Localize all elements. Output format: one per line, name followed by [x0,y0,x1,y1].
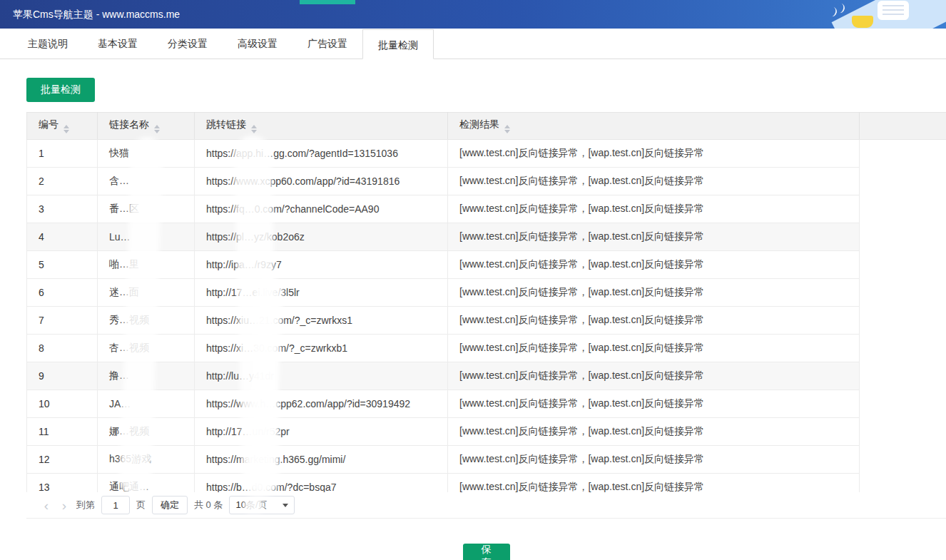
cell-result: [www.test.cn]反向链接异常，[wap.test.cn]反向链接异常 [448,446,860,474]
total-count-label: 共 0 条 [194,499,223,511]
table-row: 4Lu…https://pl…yz/kob2o6z[www.test.cn]反向… [27,223,946,251]
table-row: 11娜…视频http://17…un/r52pr[www.test.cn]反向链… [27,418,946,446]
table-row: 6迷…面http://17…ei.live/3l5lr[www.test.cn]… [27,279,946,307]
cell-id: 5 [27,251,98,279]
cell-result: [www.test.cn]反向链接异常，[wap.test.cn]反向链接异常 [448,223,860,251]
cell-name: 含… [98,168,195,195]
save-button[interactable]: 保存 [463,544,510,560]
cell-result: [www.test.cn]反向链接异常，[wap.test.cn]反向链接异常 [448,390,860,418]
goto-label: 到第 [76,499,95,511]
tab-theme-description[interactable]: 主题说明 [13,29,83,58]
sort-icon[interactable] [251,125,257,133]
cell-name: 啪…里 [98,251,195,279]
cell-result: [www.test.cn]反向链接异常，[wap.test.cn]反向链接异常 [448,251,860,279]
page-size-select[interactable]: 10条/页 [229,496,295,514]
steam-icon [830,6,838,18]
table-row: 2含…https://www.xcpp60.com/app/?id=431918… [27,168,946,195]
cell-id: 13 [27,474,98,493]
table-row: 12h365游戏https://marketing.h365.gg/mimi/[… [27,446,946,474]
table-row: 8杏…视频https://xi…30.com/?_c=zwrkxb1[www.t… [27,335,946,362]
cell-result: [www.test.cn]反向链接异常，[wap.test.cn]反向链接异常 [448,279,860,307]
speech-bubble-icon [878,1,909,20]
cell-result: [www.test.cn]反向链接异常，[wap.test.cn]反向链接异常 [448,335,860,362]
pagination: ‹ › 到第 页 确定 共 0 条 10条/页 [26,492,946,519]
top-accent-bar [300,0,355,4]
prev-page-button[interactable]: ‹ [41,499,52,512]
cell-result: [www.test.cn]反向链接异常，[wap.test.cn]反向链接异常 [448,362,860,390]
cell-name: h365游戏 [98,446,195,474]
cell-id: 3 [27,195,98,223]
table-row: 10JA…https://www.h…cpp62.com/app/?id=309… [27,390,946,418]
table-row: 7秀…视频https://xiu…21.com/?_c=zwrkxs1[www.… [27,307,946,335]
cell-url: https://app.hi…gg.com/?agentId=13151036 [195,140,448,168]
links-table-wrap: 编号 链接名称 跳转链接 检测结果 1快猫https://app.hi…gg.c… [26,112,946,519]
cell-url: http://lu…y41dr [195,362,448,390]
batch-check-button[interactable]: 批量检测 [26,78,95,102]
cell-name: Lu… [98,223,195,251]
steam-icon [838,3,845,14]
sort-icon[interactable] [154,125,160,133]
tab-category-settings[interactable]: 分类设置 [153,29,223,58]
cell-id: 7 [27,307,98,335]
tab-ad-settings[interactable]: 广告设置 [293,29,362,58]
cell-url: https://xi…30.com/?_c=zwrkxb1 [195,335,448,362]
page-unit-label: 页 [136,499,146,511]
col-id[interactable]: 编号 [27,113,98,140]
cell-name: 快猫 [98,140,195,168]
table-row: 9撸…http://lu…y41dr[www.test.cn]反向链接异常，[w… [27,362,946,390]
sort-icon[interactable] [504,125,510,133]
cell-id: 9 [27,362,98,390]
cell-id: 4 [27,223,98,251]
table-row: 5啪…里http://ipa…/r9zy7[www.test.cn]反向链接异常… [27,251,946,279]
cell-name: 撸… [98,362,195,390]
table-row: 13通吧通…https://b…d0.com/?dc=bsqa7[www.tes… [27,474,946,493]
tab-basic-settings[interactable]: 基本设置 [83,29,153,58]
links-table: 编号 链接名称 跳转链接 检测结果 1快猫https://app.hi…gg.c… [26,112,946,492]
cell-url: https://www.h…cpp62.com/app/?id=30919492 [195,390,448,418]
cell-url: https://xiu…21.com/?_c=zwrkxs1 [195,307,448,335]
tab-bar: 主题说明 基本设置 分类设置 高级设置 广告设置 批量检测 [0,29,946,59]
next-page-button[interactable]: › [59,499,70,512]
col-check-result[interactable]: 检测结果 [448,113,860,140]
cell-url: http://17…un/r52pr [195,418,448,446]
cell-name: 秀…视频 [98,307,195,335]
cell-id: 10 [27,390,98,418]
table-row: 3番…区https://fq…0.com/?channelCode=AA90[w… [27,195,946,223]
cell-name: 迷…面 [98,279,195,307]
cell-result: [www.test.cn]反向链接异常，[wap.test.cn]反向链接异常 [448,195,860,223]
table-header-row: 编号 链接名称 跳转链接 检测结果 [27,113,946,140]
col-link-name[interactable]: 链接名称 [98,113,195,140]
coffee-cup-icon [852,16,873,28]
cell-url: https://b…d0.com/?dc=bsqa7 [195,474,448,493]
confirm-page-button[interactable]: 确定 [152,496,188,514]
cell-id: 6 [27,279,98,307]
cell-result: [www.test.cn]反向链接异常，[wap.test.cn]反向链接异常 [448,474,860,493]
header-illustration [761,0,946,29]
page-number-input[interactable] [101,496,130,514]
save-bar: 保存 [26,544,946,560]
table-row: 1快猫https://app.hi…gg.com/?agentId=131510… [27,140,946,168]
cell-name: JA… [98,390,195,418]
cell-id: 1 [27,140,98,168]
tab-batch-check[interactable]: 批量检测 [362,29,434,59]
cell-name: 娜…视频 [98,418,195,446]
cell-url: http://17…ei.live/3l5lr [195,279,448,307]
titlebar: 苹果Cms导航主题 - www.maccms.me [0,0,946,29]
cell-id: 2 [27,168,98,195]
cell-result: [www.test.cn]反向链接异常，[wap.test.cn]反向链接异常 [448,140,860,168]
cell-url: https://www.xcpp60.com/app/?id=43191816 [195,168,448,195]
tab-advanced-settings[interactable]: 高级设置 [223,29,293,58]
cell-url: https://marketing.h365.gg/mimi/ [195,446,448,474]
cell-url: https://pl…yz/kob2o6z [195,223,448,251]
cell-name: 杏…视频 [98,335,195,362]
col-jump-url[interactable]: 跳转链接 [195,113,448,140]
main-content: 批量检测 编号 链接名称 跳转链接 检测结果 1快猫https://app.hi… [0,59,946,560]
cell-url: https://fq…0.com/?channelCode=AA90 [195,195,448,223]
cell-id: 8 [27,335,98,362]
sort-icon[interactable] [63,125,69,133]
cell-id: 11 [27,418,98,446]
col-actions-empty [860,113,946,140]
chevron-down-icon [283,504,288,507]
cell-name: 通吧通… [98,474,195,493]
cell-url: http://ipa…/r9zy7 [195,251,448,279]
